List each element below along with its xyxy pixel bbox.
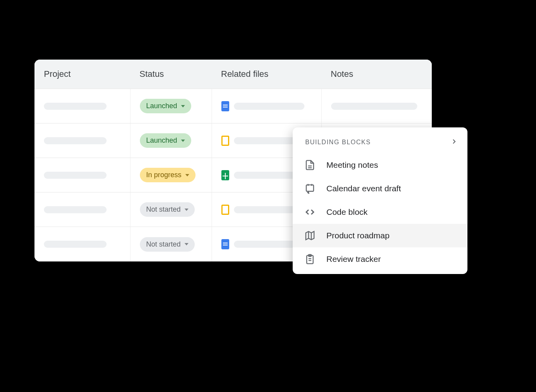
status-chip[interactable]: Launched [140, 99, 191, 113]
slides-file-icon [221, 136, 229, 146]
status-chip[interactable]: Launched [140, 133, 191, 148]
map-icon [304, 230, 315, 241]
building-block-item[interactable]: Meeting notes [293, 153, 467, 177]
placeholder-bar [44, 206, 107, 213]
chevron-down-icon [181, 140, 185, 142]
status-label: Not started [146, 205, 181, 214]
document-icon [304, 160, 315, 171]
project-cell[interactable] [34, 241, 130, 248]
project-cell[interactable] [34, 206, 130, 213]
status-cell: Launched [130, 89, 212, 123]
status-label: Launched [146, 102, 177, 110]
calendar-icon [304, 183, 315, 194]
related-files-cell[interactable] [212, 89, 321, 123]
status-label: Launched [146, 136, 177, 145]
sheets-file-icon [221, 170, 229, 180]
clipboard-icon [304, 254, 315, 265]
chevron-down-icon [185, 209, 188, 211]
placeholder-bar [44, 172, 107, 179]
status-chip[interactable]: In progress [140, 168, 196, 182]
status-cell: Not started [130, 227, 212, 261]
column-header-related-files: Related files [212, 60, 321, 89]
chevron-right-icon[interactable] [450, 138, 458, 147]
status-label: In progress [146, 171, 181, 179]
status-cell: Not started [130, 192, 212, 227]
building-block-item[interactable]: Product roadmap [293, 224, 467, 247]
placeholder-bar [331, 103, 417, 110]
building-block-item[interactable]: Code block [293, 200, 467, 224]
building-block-label: Meeting notes [326, 160, 378, 170]
status-chip[interactable]: Not started [140, 237, 195, 252]
status-cell: In progress [130, 158, 212, 192]
popup-title: BUILDING BLOCKS [305, 139, 371, 146]
docs-file-icon [221, 239, 229, 249]
building-block-label: Code block [326, 207, 368, 217]
column-header-status: Status [130, 60, 212, 89]
chevron-down-icon [181, 105, 185, 107]
chevron-down-icon [185, 243, 188, 245]
status-cell: Launched [130, 123, 212, 158]
project-cell[interactable] [34, 172, 130, 179]
status-label: Not started [146, 240, 181, 249]
table-header-row: Project Status Related files Notes [34, 60, 432, 89]
project-cell[interactable] [34, 137, 130, 144]
placeholder-bar [44, 241, 107, 248]
slides-file-icon [221, 205, 229, 215]
docs-file-icon [221, 101, 229, 111]
svg-rect-2 [306, 185, 314, 191]
building-block-label: Product roadmap [326, 231, 389, 240]
building-block-item[interactable]: Review tracker [293, 247, 467, 271]
building-blocks-popup: BUILDING BLOCKS Meeting notesCalendar ev… [293, 127, 467, 274]
project-cell[interactable] [34, 103, 130, 110]
column-header-notes: Notes [321, 60, 432, 89]
svg-marker-5 [306, 232, 314, 240]
chevron-down-icon [185, 174, 189, 176]
status-chip[interactable]: Not started [140, 202, 195, 217]
building-block-label: Review tracker [326, 254, 381, 264]
notes-cell[interactable] [321, 89, 432, 123]
placeholder-bar [44, 137, 107, 144]
placeholder-bar [44, 103, 107, 110]
placeholder-bar [234, 103, 304, 110]
building-block-item[interactable]: Calendar event draft [293, 177, 467, 200]
code-icon [304, 207, 315, 218]
building-block-label: Calendar event draft [326, 184, 401, 193]
table-row: Launched [34, 89, 432, 123]
column-header-project: Project [34, 60, 130, 89]
